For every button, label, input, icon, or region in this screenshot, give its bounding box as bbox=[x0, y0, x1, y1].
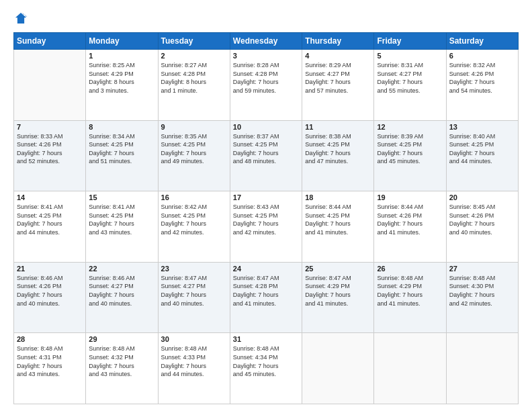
day-info: Sunrise: 8:27 AM Sunset: 4:28 PM Dayligh… bbox=[161, 61, 227, 95]
calendar-cell: 13Sunrise: 8:40 AM Sunset: 4:25 PM Dayli… bbox=[446, 120, 518, 191]
page: SundayMondayTuesdayWednesdayThursdayFrid… bbox=[0, 0, 532, 411]
calendar-cell: 4Sunrise: 8:29 AM Sunset: 4:27 PM Daylig… bbox=[302, 50, 374, 121]
day-number: 5 bbox=[377, 52, 443, 60]
day-info: Sunrise: 8:44 AM Sunset: 4:26 PM Dayligh… bbox=[377, 203, 443, 236]
calendar-header-saturday: Saturday bbox=[446, 33, 518, 50]
day-info: Sunrise: 8:43 AM Sunset: 4:25 PM Dayligh… bbox=[233, 203, 299, 236]
day-info: Sunrise: 8:48 AM Sunset: 4:30 PM Dayligh… bbox=[449, 274, 515, 308]
calendar-cell: 24Sunrise: 8:47 AM Sunset: 4:28 PM Dayli… bbox=[230, 262, 302, 333]
calendar-cell: 6Sunrise: 8:32 AM Sunset: 4:26 PM Daylig… bbox=[446, 50, 518, 121]
calendar-week-row: 1Sunrise: 8:25 AM Sunset: 4:29 PM Daylig… bbox=[14, 50, 519, 121]
day-number: 31 bbox=[233, 335, 299, 343]
day-number: 28 bbox=[17, 335, 83, 343]
calendar-cell: 26Sunrise: 8:48 AM Sunset: 4:29 PM Dayli… bbox=[374, 262, 446, 333]
day-info: Sunrise: 8:46 AM Sunset: 4:26 PM Dayligh… bbox=[17, 274, 83, 308]
calendar-week-row: 7Sunrise: 8:33 AM Sunset: 4:26 PM Daylig… bbox=[14, 120, 519, 191]
calendar-cell: 27Sunrise: 8:48 AM Sunset: 4:30 PM Dayli… bbox=[446, 262, 518, 333]
calendar-cell: 3Sunrise: 8:28 AM Sunset: 4:28 PM Daylig… bbox=[230, 50, 302, 121]
calendar-cell: 8Sunrise: 8:34 AM Sunset: 4:25 PM Daylig… bbox=[86, 120, 158, 191]
day-number: 26 bbox=[377, 265, 443, 273]
day-info: Sunrise: 8:47 AM Sunset: 4:28 PM Dayligh… bbox=[233, 274, 299, 308]
calendar-cell: 20Sunrise: 8:45 AM Sunset: 4:26 PM Dayli… bbox=[446, 191, 518, 263]
calendar-header-thursday: Thursday bbox=[302, 33, 374, 50]
day-number: 2 bbox=[161, 52, 227, 60]
day-number: 12 bbox=[377, 123, 443, 131]
day-number: 21 bbox=[17, 265, 83, 273]
day-info: Sunrise: 8:44 AM Sunset: 4:25 PM Dayligh… bbox=[305, 203, 371, 236]
day-number: 15 bbox=[89, 193, 154, 201]
day-info: Sunrise: 8:45 AM Sunset: 4:26 PM Dayligh… bbox=[449, 203, 515, 236]
calendar-cell bbox=[302, 333, 374, 404]
calendar-cell: 12Sunrise: 8:39 AM Sunset: 4:25 PM Dayli… bbox=[374, 120, 446, 191]
day-info: Sunrise: 8:31 AM Sunset: 4:27 PM Dayligh… bbox=[377, 61, 443, 95]
calendar-header-wednesday: Wednesday bbox=[230, 33, 302, 50]
day-number: 14 bbox=[17, 193, 83, 201]
calendar-week-row: 21Sunrise: 8:46 AM Sunset: 4:26 PM Dayli… bbox=[14, 262, 519, 333]
day-number: 27 bbox=[449, 265, 515, 273]
day-number: 20 bbox=[449, 193, 515, 201]
day-number: 30 bbox=[161, 335, 227, 343]
day-number: 23 bbox=[161, 265, 227, 273]
day-number: 18 bbox=[305, 193, 371, 201]
day-number: 19 bbox=[377, 193, 443, 201]
day-info: Sunrise: 8:35 AM Sunset: 4:25 PM Dayligh… bbox=[161, 132, 227, 166]
day-info: Sunrise: 8:48 AM Sunset: 4:34 PM Dayligh… bbox=[233, 345, 299, 378]
calendar-cell: 23Sunrise: 8:47 AM Sunset: 4:27 PM Dayli… bbox=[158, 262, 230, 333]
day-number: 22 bbox=[89, 265, 154, 273]
calendar-cell: 28Sunrise: 8:48 AM Sunset: 4:31 PM Dayli… bbox=[14, 333, 86, 404]
calendar-header-tuesday: Tuesday bbox=[158, 33, 230, 50]
day-info: Sunrise: 8:25 AM Sunset: 4:29 PM Dayligh… bbox=[89, 61, 154, 95]
calendar-cell: 19Sunrise: 8:44 AM Sunset: 4:26 PM Dayli… bbox=[374, 191, 446, 263]
calendar-cell: 17Sunrise: 8:43 AM Sunset: 4:25 PM Dayli… bbox=[230, 191, 302, 263]
day-info: Sunrise: 8:32 AM Sunset: 4:26 PM Dayligh… bbox=[449, 61, 515, 95]
day-info: Sunrise: 8:46 AM Sunset: 4:27 PM Dayligh… bbox=[89, 274, 154, 308]
calendar-cell: 31Sunrise: 8:48 AM Sunset: 4:34 PM Dayli… bbox=[230, 333, 302, 404]
calendar-week-row: 14Sunrise: 8:41 AM Sunset: 4:25 PM Dayli… bbox=[14, 191, 519, 263]
calendar-cell: 5Sunrise: 8:31 AM Sunset: 4:27 PM Daylig… bbox=[374, 50, 446, 121]
calendar-cell: 21Sunrise: 8:46 AM Sunset: 4:26 PM Dayli… bbox=[14, 262, 86, 333]
calendar-cell: 29Sunrise: 8:48 AM Sunset: 4:32 PM Dayli… bbox=[86, 333, 158, 404]
calendar-cell: 7Sunrise: 8:33 AM Sunset: 4:26 PM Daylig… bbox=[14, 120, 86, 191]
day-number: 16 bbox=[161, 193, 227, 201]
calendar-cell: 25Sunrise: 8:47 AM Sunset: 4:29 PM Dayli… bbox=[302, 262, 374, 333]
header bbox=[13, 11, 519, 26]
calendar-week-row: 28Sunrise: 8:48 AM Sunset: 4:31 PM Dayli… bbox=[14, 333, 519, 404]
calendar-header-sunday: Sunday bbox=[14, 33, 86, 50]
day-info: Sunrise: 8:40 AM Sunset: 4:25 PM Dayligh… bbox=[449, 132, 515, 166]
day-info: Sunrise: 8:37 AM Sunset: 4:25 PM Dayligh… bbox=[233, 132, 299, 166]
calendar-cell: 14Sunrise: 8:41 AM Sunset: 4:25 PM Dayli… bbox=[14, 191, 86, 263]
calendar-header-monday: Monday bbox=[86, 33, 158, 50]
svg-marker-0 bbox=[15, 13, 26, 24]
calendar-cell: 18Sunrise: 8:44 AM Sunset: 4:25 PM Dayli… bbox=[302, 191, 374, 263]
day-info: Sunrise: 8:48 AM Sunset: 4:31 PM Dayligh… bbox=[17, 345, 83, 378]
calendar-cell bbox=[14, 50, 86, 121]
day-number: 8 bbox=[89, 123, 154, 131]
day-number: 4 bbox=[305, 52, 371, 60]
calendar-cell: 10Sunrise: 8:37 AM Sunset: 4:25 PM Dayli… bbox=[230, 120, 302, 191]
day-number: 24 bbox=[233, 265, 299, 273]
day-info: Sunrise: 8:41 AM Sunset: 4:25 PM Dayligh… bbox=[89, 203, 154, 236]
day-number: 9 bbox=[161, 123, 227, 131]
day-info: Sunrise: 8:38 AM Sunset: 4:25 PM Dayligh… bbox=[305, 132, 371, 166]
day-info: Sunrise: 8:29 AM Sunset: 4:27 PM Dayligh… bbox=[305, 61, 371, 95]
day-number: 10 bbox=[233, 123, 299, 131]
calendar-cell: 1Sunrise: 8:25 AM Sunset: 4:29 PM Daylig… bbox=[86, 50, 158, 121]
day-info: Sunrise: 8:34 AM Sunset: 4:25 PM Dayligh… bbox=[89, 132, 154, 166]
calendar-header-friday: Friday bbox=[374, 33, 446, 50]
day-number: 29 bbox=[89, 335, 154, 343]
day-info: Sunrise: 8:39 AM Sunset: 4:25 PM Dayligh… bbox=[377, 132, 443, 166]
day-number: 25 bbox=[305, 265, 371, 273]
day-info: Sunrise: 8:41 AM Sunset: 4:25 PM Dayligh… bbox=[17, 203, 83, 236]
day-number: 3 bbox=[233, 52, 299, 60]
day-number: 6 bbox=[449, 52, 515, 60]
day-info: Sunrise: 8:28 AM Sunset: 4:28 PM Dayligh… bbox=[233, 61, 299, 95]
logo bbox=[13, 11, 31, 26]
day-number: 1 bbox=[89, 52, 154, 60]
logo-icon bbox=[13, 11, 28, 26]
day-info: Sunrise: 8:47 AM Sunset: 4:27 PM Dayligh… bbox=[161, 274, 227, 308]
calendar-cell: 11Sunrise: 8:38 AM Sunset: 4:25 PM Dayli… bbox=[302, 120, 374, 191]
calendar-cell: 2Sunrise: 8:27 AM Sunset: 4:28 PM Daylig… bbox=[158, 50, 230, 121]
calendar-cell bbox=[446, 333, 518, 404]
day-info: Sunrise: 8:33 AM Sunset: 4:26 PM Dayligh… bbox=[17, 132, 83, 166]
calendar-cell bbox=[374, 333, 446, 404]
